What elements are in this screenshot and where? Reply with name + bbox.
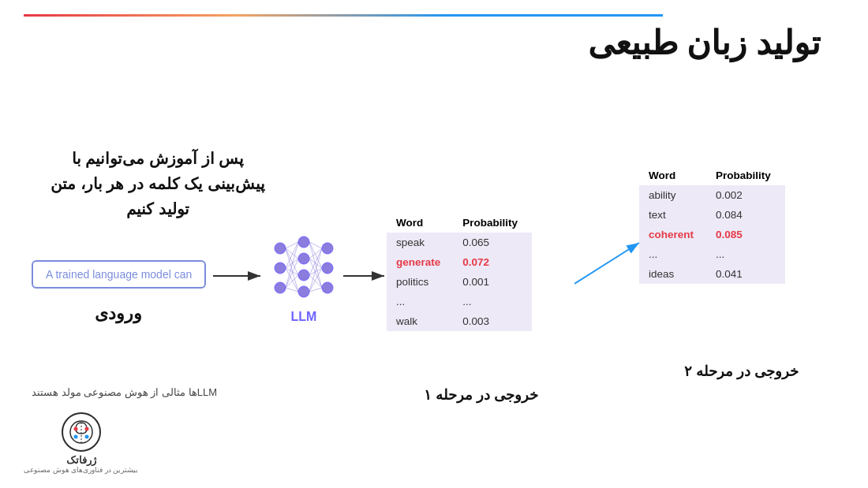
table-cell-prob: 0.003: [455, 311, 532, 331]
arrow-llm-to-table1: [343, 268, 391, 284]
input-label: ورودی: [95, 304, 142, 324]
table1-container: Word Probability speak0.065generate0.072…: [387, 213, 532, 331]
table-cell-prob: 0.072: [455, 252, 532, 272]
table-row: politics0.001: [387, 272, 532, 292]
svg-point-5: [298, 237, 309, 248]
llm-note: LLMها مثالی از هوش مصنوعی مولد هستند: [32, 386, 217, 398]
svg-point-45: [84, 435, 88, 439]
table-row: walk0.003: [387, 311, 532, 331]
logo-subtext: بیشترین در فناوری‌های هوش مصنوعی: [24, 466, 138, 474]
svg-point-3: [275, 263, 286, 274]
table1-col2-header: Probability: [455, 213, 532, 233]
table1-title: خروجی در مرحله ۱: [387, 386, 576, 404]
table-row: generate0.072: [387, 252, 532, 272]
table-cell-word: speak: [387, 233, 455, 252]
table-row: ......: [387, 292, 532, 311]
table-cell-word: ...: [387, 292, 455, 311]
table2-container: Word Probability ability0.002text0.084co…: [639, 166, 785, 284]
table-cell-prob: 0.084: [708, 205, 785, 225]
llm-box: LLM: [264, 233, 343, 324]
table-cell-word: walk: [387, 311, 455, 331]
neural-network-diagram: [268, 233, 339, 304]
logo-area: ژرفاتک بیشترین در فناوری‌های هوش مصنوعی: [24, 412, 138, 474]
llm-label: LLM: [264, 310, 343, 324]
table2-col2-header: Probability: [708, 166, 785, 185]
svg-point-6: [298, 253, 309, 264]
svg-point-9: [322, 243, 333, 254]
input-box: A trained language model can: [32, 260, 206, 289]
table-cell-word: politics: [387, 272, 455, 292]
page-title: تولید زبان طبیعی: [588, 24, 821, 62]
table-row: coherent0.085: [639, 225, 785, 244]
table-cell-word: ideas: [639, 264, 708, 284]
main-description: پس از آموزش می‌توانیم با پیش‌بینی یک کلم…: [47, 146, 268, 222]
table-cell-prob: ...: [455, 292, 532, 311]
logo-name: ژرفاتک: [66, 454, 96, 466]
table-cell-prob: 0.002: [708, 185, 785, 205]
svg-point-43: [84, 427, 88, 431]
table-cell-prob: 0.001: [455, 272, 532, 292]
table-cell-word: ...: [639, 244, 708, 264]
table-cell-word: coherent: [639, 225, 708, 244]
probability-table-2: Word Probability ability0.002text0.084co…: [639, 166, 785, 284]
svg-line-39: [574, 243, 639, 284]
arrow-input-to-llm: [213, 268, 268, 284]
svg-point-8: [298, 286, 309, 297]
table-row: ......: [639, 244, 785, 264]
table-cell-prob: 0.085: [708, 225, 785, 244]
table-cell-prob: 0.065: [455, 233, 532, 252]
table-row: text0.084: [639, 205, 785, 225]
table-row: speak0.065: [387, 233, 532, 252]
table1-col1-header: Word: [387, 213, 455, 233]
table-cell-word: ability: [639, 185, 708, 205]
table-row: ideas0.041: [639, 264, 785, 284]
table-cell-prob: 0.041: [708, 264, 785, 284]
probability-table-1: Word Probability speak0.065generate0.072…: [387, 213, 532, 331]
svg-point-42: [73, 427, 77, 431]
table2-col1-header: Word: [639, 166, 708, 185]
top-accent-line: [24, 14, 663, 17]
svg-point-44: [73, 435, 77, 439]
table-row: ability0.002: [639, 185, 785, 205]
svg-point-10: [322, 263, 333, 274]
arrow-table1-to-table2: [574, 237, 649, 300]
svg-point-11: [322, 282, 333, 293]
table2-title: خروجی در مرحله ۲: [639, 363, 844, 380]
table-cell-word: text: [639, 205, 708, 225]
table-cell-word: generate: [387, 252, 455, 272]
svg-point-2: [275, 243, 286, 254]
svg-point-4: [275, 282, 286, 293]
svg-point-7: [298, 270, 309, 281]
table-cell-prob: ...: [708, 244, 785, 264]
logo-icon: [61, 412, 102, 453]
